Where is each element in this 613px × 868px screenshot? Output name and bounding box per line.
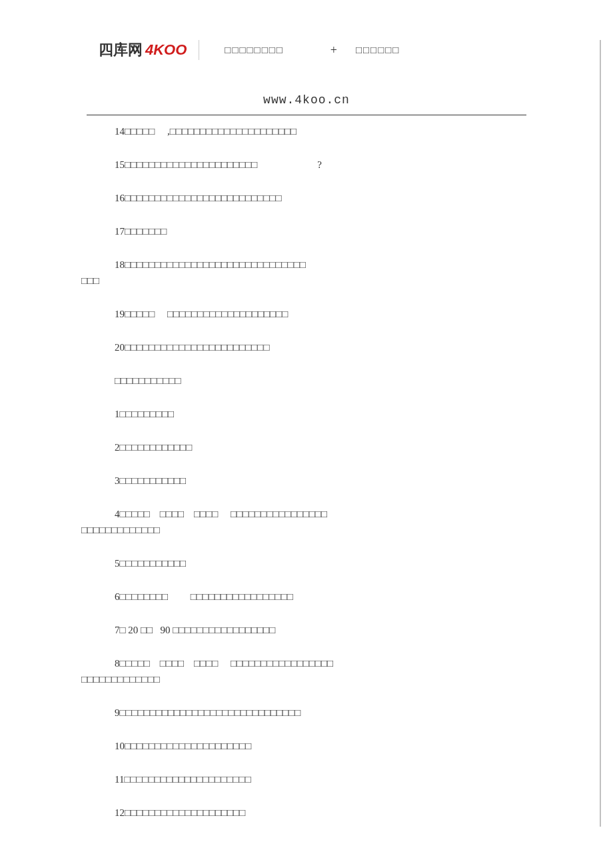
logo-en-text: 4KOO (145, 41, 187, 59)
header-url: www.4koo.cn (0, 93, 613, 107)
line-19: 19□□□□□ □□□□□□□□□□□□□□□□□□□□ (87, 306, 526, 322)
line-16: 16□□□□□□□□□□□□□□□□□□□□□□□□□□ (87, 190, 526, 206)
header-subtitle-1: □□□□□□□□ (225, 45, 283, 56)
item-12: 12□□□□□□□□□□□□□□□□□□□□ (87, 805, 526, 821)
line-20: 20□□□□□□□□□□□□□□□□□□□□□□□□ (87, 339, 526, 355)
item-1: 1□□□□□□□□□ (87, 406, 526, 422)
item-8: 8□□□□□ □□□□ □□□□ □□□□□□□□□□□□□□□□□ □□□□□… (87, 655, 526, 687)
section-heading: □□□□□□□□□□□ (87, 373, 526, 389)
document-header: 四库网 4KOO □□□□□□□□ + □□□□□□ (0, 0, 613, 60)
item-4-part1: 4□□□□□ □□□□ □□□□ □□□□□□□□□□□□□□□□ (87, 506, 526, 522)
page-right-border (600, 40, 601, 827)
line-17: 17□□□□□□□ (87, 223, 526, 239)
document-body: 14□□□□□ ,□□□□□□□□□□□□□□□□□□□□□ 15□□□□□□□… (0, 115, 613, 821)
line-18: 18□□□□□□□□□□□□□□□□□□□□□□□□□□□□□□ □□□ (87, 257, 526, 289)
item-7: 7□ 20 □□ 90 □□□□□□□□□□□□□□□□□ (87, 622, 526, 638)
line-14: 14□□□□□ ,□□□□□□□□□□□□□□□□□□□□□ (87, 123, 526, 139)
item-11: 11□□□□□□□□□□□□□□□□□□□□□ (87, 771, 526, 787)
item-8-part2: □□□□□□□□□□□□□ (87, 671, 526, 687)
item-3: 3□□□□□□□□□□□ (87, 473, 526, 489)
plus-icon: + (330, 43, 337, 57)
item-8-part1: 8□□□□□ □□□□ □□□□ □□□□□□□□□□□□□□□□□ (87, 655, 526, 671)
line-18-part2: □□□ (87, 273, 526, 289)
header-subtitle-2: □□□□□□ (356, 45, 400, 56)
item-5: 5□□□□□□□□□□□ (87, 555, 526, 571)
item-4: 4□□□□□ □□□□ □□□□ □□□□□□□□□□□□□□□□ □□□□□□… (87, 506, 526, 538)
item-4-part2: □□□□□□□□□□□□□ (87, 522, 526, 538)
item-2: 2□□□□□□□□□□□□ (87, 439, 526, 455)
line-18-part1: 18□□□□□□□□□□□□□□□□□□□□□□□□□□□□□□ (87, 257, 526, 273)
item-6: 6□□□□□□□□ □□□□□□□□□□□□□□□□□ (87, 589, 526, 605)
logo-cn-text: 四库网 (99, 40, 143, 60)
item-9: 9□□□□□□□□□□□□□□□□□□□□□□□□□□□□□□ (87, 705, 526, 721)
item-10: 10□□□□□□□□□□□□□□□□□□□□□ (87, 738, 526, 754)
line-15: 15□□□□□□□□□□□□□□□□□□□□□□ ? (87, 157, 526, 173)
logo: 四库网 4KOO (99, 40, 199, 60)
